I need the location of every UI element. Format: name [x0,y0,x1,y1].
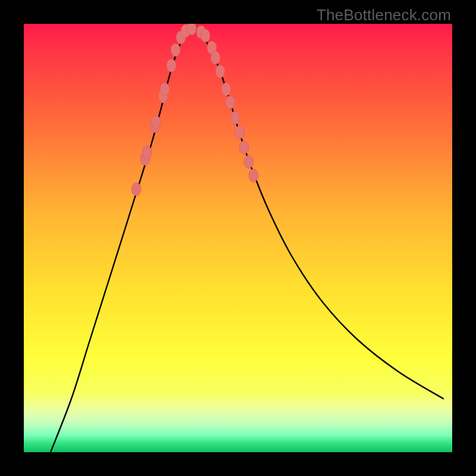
watermark-text: TheBottleneck.com [317,6,451,24]
marker-dot [171,43,180,57]
marker-dot [235,126,245,139]
bottleneck-curve [51,29,443,452]
marker-dot [226,96,235,109]
right-arm-markers [196,26,258,182]
marker-dot [221,83,231,96]
marker-dot [142,146,152,159]
marker-dot [151,115,161,129]
marker-dot [187,24,196,35]
left-arm-markers [131,24,196,196]
marker-dot [201,29,210,42]
marker-dot [239,141,249,154]
marker-dot [244,155,253,168]
marker-dot [160,83,170,96]
marker-dot [249,169,258,182]
bottleneck-chart-svg [24,24,452,452]
marker-dot [211,51,220,64]
gradient-plot-area [24,24,452,452]
marker-dot [167,59,176,72]
marker-dot [215,65,225,78]
marker-dot [230,111,240,124]
marker-dot [131,183,141,196]
